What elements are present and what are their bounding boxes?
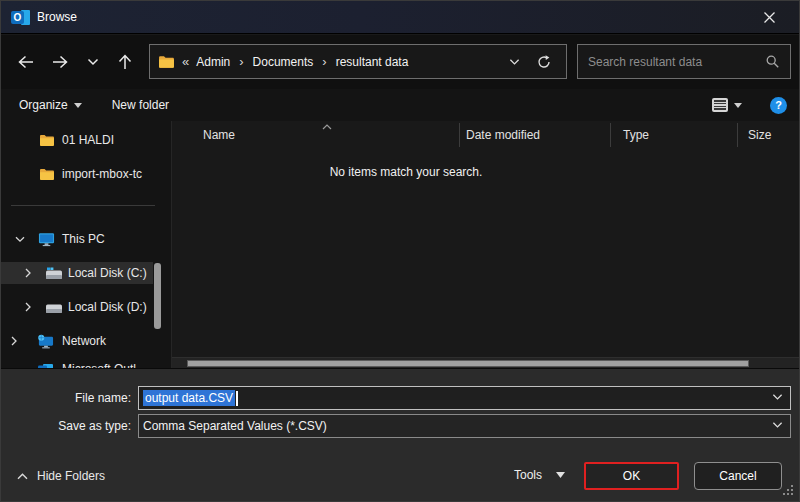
organize-button[interactable]: Organize: [19, 98, 82, 112]
save-as-type-value: Comma Separated Values (*.CSV): [143, 419, 327, 433]
sidebar-divider: [11, 205, 155, 206]
hide-folders-label: Hide Folders: [37, 469, 105, 483]
address-dropdown-chevron-icon[interactable]: [509, 58, 520, 66]
sidebar-item-import-mbox[interactable]: import-mbox-tc: [1, 163, 153, 185]
folder-icon: [158, 55, 175, 69]
sort-ascending-caret-icon: [322, 124, 332, 130]
breadcrumb-item-resultant-data[interactable]: resultant data: [336, 55, 409, 69]
save-as-type-select[interactable]: Comma Separated Values (*.CSV): [138, 414, 791, 438]
chevron-up-icon: [17, 473, 28, 480]
sidebar-item-01-haldi[interactable]: 01 HALDI: [1, 129, 153, 151]
navigation-pane: 01 HALDI import-mbox-tc: [1, 121, 171, 368]
folder-icon: [39, 134, 55, 147]
chevron-right-icon[interactable]: [25, 268, 31, 278]
sidebar-scrollbar[interactable]: [154, 263, 161, 329]
window-title: Browse: [37, 10, 77, 24]
column-header-type[interactable]: Type: [623, 121, 649, 148]
horizontal-scrollbar[interactable]: [172, 357, 800, 368]
breadcrumb-overflow-chevron[interactable]: «: [182, 54, 189, 69]
new-folder-label: New folder: [112, 98, 169, 112]
cancel-button[interactable]: Cancel: [694, 462, 782, 490]
chevron-right-icon: ›: [322, 54, 326, 69]
chevron-down-icon: [87, 58, 99, 66]
network-icon: [37, 334, 54, 349]
file-list: Name Date modified Type Size No items ma…: [172, 121, 800, 368]
chevron-down-icon[interactable]: [15, 236, 25, 243]
tools-label: Tools: [514, 468, 542, 482]
forward-arrow-icon: [51, 54, 69, 70]
close-icon: [763, 11, 776, 24]
hide-folders-button[interactable]: Hide Folders: [17, 469, 105, 483]
chevron-right-icon[interactable]: [11, 336, 17, 346]
up-button[interactable]: [111, 48, 139, 76]
new-folder-button[interactable]: New folder: [112, 98, 169, 112]
column-header-date-modified[interactable]: Date modified: [466, 121, 540, 148]
resize-grip[interactable]: [781, 484, 794, 497]
sidebar-item-local-disk-c[interactable]: Local Disk (C:): [1, 262, 153, 284]
file-name-label: File name:: [1, 391, 131, 405]
file-name-input[interactable]: output data.CSV: [138, 386, 791, 410]
search-icon[interactable]: [765, 54, 780, 69]
view-dropdown-triangle-icon[interactable]: [734, 103, 742, 108]
computer-icon: [38, 232, 55, 247]
sidebar-item-microsoft-outlook[interactable]: Microsoft Outl: [1, 358, 153, 368]
sidebar-item-this-pc[interactable]: This PC: [1, 228, 153, 250]
back-button[interactable]: [12, 48, 40, 76]
chevron-down-icon[interactable]: [772, 393, 783, 401]
column-header-name[interactable]: Name: [203, 121, 235, 148]
refresh-icon[interactable]: [536, 54, 552, 70]
column-separator[interactable]: [459, 123, 460, 147]
close-button[interactable]: [746, 1, 792, 34]
folder-icon: [39, 168, 55, 181]
horizontal-scrollbar-thumb[interactable]: [187, 360, 749, 367]
dropdown-triangle-icon: [556, 472, 565, 478]
chevron-right-icon[interactable]: [25, 302, 31, 312]
sidebar-item-network[interactable]: Network: [1, 330, 153, 352]
empty-list-message: No items match your search.: [172, 165, 640, 179]
text-caret: [236, 391, 238, 406]
dropdown-triangle-icon: [74, 103, 82, 108]
chevron-down-icon[interactable]: [772, 421, 783, 429]
outlook-app-icon: O: [11, 8, 30, 27]
address-bar[interactable]: « Admin › Documents › resultant data: [149, 44, 567, 79]
column-separator[interactable]: [610, 123, 611, 147]
dialog-body: 01 HALDI import-mbox-tc: [1, 121, 800, 368]
disk-drive-icon: [45, 301, 63, 314]
breadcrumb-item-admin[interactable]: Admin: [196, 55, 230, 69]
help-icon[interactable]: ?: [770, 97, 787, 114]
navigation-toolbar: « Admin › Documents › resultant data: [1, 35, 800, 89]
save-as-type-label: Save as type:: [1, 419, 131, 433]
title-bar: O Browse: [1, 1, 800, 34]
tools-dropdown[interactable]: Tools: [514, 464, 565, 486]
column-header-size[interactable]: Size: [748, 121, 771, 148]
chevron-right-icon: ›: [239, 54, 243, 69]
view-mode-button[interactable]: [712, 98, 728, 112]
recent-locations-button[interactable]: [79, 48, 107, 76]
search-input[interactable]: [588, 55, 765, 69]
file-name-value-selected: output data.CSV: [143, 390, 235, 406]
browse-dialog-window: O Browse: [0, 0, 800, 502]
breadcrumb-item-documents[interactable]: Documents: [253, 55, 314, 69]
disk-drive-windows-icon: [45, 267, 63, 280]
ok-button[interactable]: OK: [584, 462, 679, 490]
column-separator[interactable]: [737, 123, 738, 147]
sidebar-item-local-disk-d[interactable]: Local Disk (D:): [1, 296, 153, 318]
up-arrow-icon: [117, 54, 133, 71]
search-box[interactable]: [577, 44, 791, 79]
organize-label: Organize: [19, 98, 68, 112]
back-arrow-icon: [17, 54, 35, 70]
bottom-panel: File name: output data.CSV Save as type:…: [1, 368, 800, 502]
command-bar: Organize New folder ?: [1, 89, 800, 121]
forward-button[interactable]: [46, 48, 74, 76]
